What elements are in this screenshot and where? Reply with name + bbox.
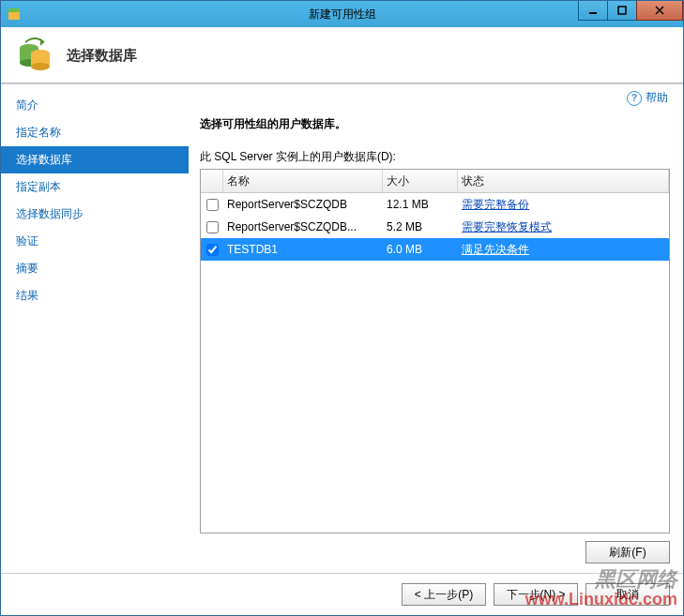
nav-item-select-database[interactable]: 选择数据库 <box>1 146 189 173</box>
nav-item-intro[interactable]: 简介 <box>1 92 189 119</box>
table-row[interactable]: ReportServer$SCZQDB... 5.2 MB 需要完整恢复模式 <box>201 216 669 238</box>
help-link[interactable]: ? 帮助 <box>627 90 668 106</box>
nav-item-summary[interactable]: 摘要 <box>1 255 189 282</box>
nav-item-validate[interactable]: 验证 <box>1 228 189 255</box>
row-size: 6.0 MB <box>383 238 458 261</box>
page-header: 选择数据库 <box>1 27 683 84</box>
svg-rect-2 <box>589 12 597 14</box>
help-label: 帮助 <box>646 90 668 106</box>
table-header: 名称 大小 状态 <box>201 170 669 193</box>
list-label: 此 SQL Server 实例上的用户数据库(D): <box>200 149 670 165</box>
row-name: ReportServer$SCZQDB... <box>223 216 383 238</box>
col-name[interactable]: 名称 <box>223 170 383 192</box>
col-check[interactable] <box>201 170 223 192</box>
next-button[interactable]: 下一步(N) > <box>494 583 578 606</box>
nav-item-result[interactable]: 结果 <box>1 282 189 309</box>
table-row[interactable]: ReportServer$SCZQDB 12.1 MB 需要完整备份 <box>201 193 669 216</box>
row-checkbox[interactable] <box>206 199 219 211</box>
body: 简介 指定名称 选择数据库 指定副本 选择数据同步 验证 摘要 结果 ? 帮助 … <box>1 84 683 573</box>
close-button[interactable] <box>636 1 683 21</box>
table-row[interactable]: TESTDB1 6.0 MB 满足先决条件 <box>201 238 669 261</box>
main-panel: ? 帮助 选择可用性组的用户数据库。 此 SQL Server 实例上的用户数据… <box>189 84 683 573</box>
refresh-button[interactable]: 刷新(F) <box>585 541 670 563</box>
cancel-button[interactable]: 取消 <box>585 583 670 606</box>
row-name: TESTDB1 <box>223 238 383 261</box>
maximize-icon <box>617 6 627 15</box>
row-name: ReportServer$SCZQDB <box>223 193 383 216</box>
col-status[interactable]: 状态 <box>458 170 669 192</box>
svg-marker-12 <box>40 38 44 46</box>
svg-point-11 <box>31 63 50 70</box>
titlebar: 新建可用性组 <box>1 1 683 27</box>
minimize-button[interactable] <box>578 1 608 21</box>
col-size[interactable]: 大小 <box>383 170 458 192</box>
database-icon <box>16 37 53 74</box>
instruction-text: 选择可用性组的用户数据库。 <box>200 116 670 132</box>
help-icon: ? <box>627 91 642 106</box>
svg-rect-3 <box>618 7 626 14</box>
row-status-link[interactable]: 需要完整备份 <box>462 197 529 213</box>
database-table: 名称 大小 状态 ReportServer$SCZQDB 12.1 MB 需要完… <box>200 169 670 533</box>
row-status-link[interactable]: 需要完整恢复模式 <box>462 219 552 235</box>
close-icon <box>655 6 664 15</box>
row-checkbox[interactable] <box>206 244 219 256</box>
window-buttons <box>579 1 683 20</box>
wizard-footer: < 上一步(P) 下一步(N) > 取消 <box>1 573 683 615</box>
nav-item-specify-replica[interactable]: 指定副本 <box>1 173 189 201</box>
wizard-sidebar: 简介 指定名称 选择数据库 指定副本 选择数据同步 验证 摘要 结果 <box>1 84 189 573</box>
maximize-button[interactable] <box>607 1 637 21</box>
nav-item-data-sync[interactable]: 选择数据同步 <box>1 201 189 228</box>
refresh-row: 刷新(F) <box>200 533 670 563</box>
page-title: 选择数据库 <box>67 47 137 65</box>
row-status-link[interactable]: 满足先决条件 <box>462 242 529 258</box>
row-size: 5.2 MB <box>383 216 458 238</box>
minimize-icon <box>588 6 598 15</box>
wizard-window: 新建可用性组 选择数据库 简介 指定名 <box>0 0 684 616</box>
row-size: 12.1 MB <box>383 193 458 216</box>
row-checkbox[interactable] <box>206 221 219 233</box>
prev-button[interactable]: < 上一步(P) <box>402 583 486 606</box>
nav-item-specify-name[interactable]: 指定名称 <box>1 119 189 146</box>
